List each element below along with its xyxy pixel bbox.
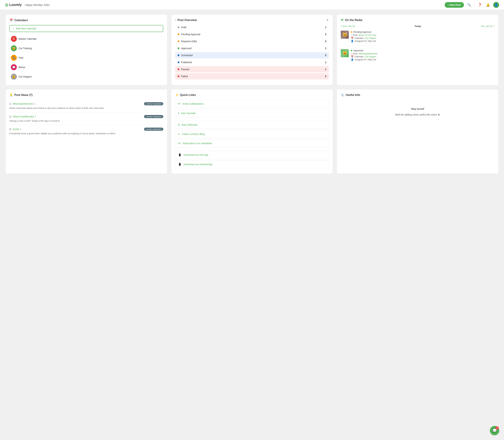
status-left: Draft — [178, 26, 186, 29]
quick-link-item[interactable]: 📱 Download our Android App — [175, 160, 329, 168]
quick-link-item[interactable]: ✉ Subscribe to our newsletter — [175, 139, 329, 147]
radar-item: 🐱 Pending Approval □ Post: Music Of The … — [341, 31, 495, 46]
info-icon[interactable]: ℹ — [20, 128, 21, 131]
idea-title: 3. Quote ℹ — [9, 128, 21, 131]
radar-calendar-label: Calendar: — [354, 55, 364, 58]
search-button[interactable]: 🔍 — [466, 2, 472, 8]
quick-link-label: Download our iOS App — [184, 153, 208, 156]
radar-calendar-link[interactable]: Cat Origami — [365, 37, 376, 39]
status-row[interactable]: Published 1 — [175, 59, 329, 66]
status-left: Published — [178, 61, 192, 64]
idea-number: 1. — [9, 102, 12, 105]
status-count: 5 — [325, 54, 327, 57]
idea-link[interactable]: #MondayMemories — [13, 102, 33, 105]
status-dot — [178, 69, 179, 70]
calendar-avatar: 🐾 — [11, 55, 17, 61]
help-button[interactable]: ❓ — [477, 2, 483, 8]
notifications-button[interactable]: 🔔 — [485, 2, 491, 8]
user-avatar-button[interactable]: 👤 — [493, 2, 499, 8]
radar-assigned-label: Assigned To: — [354, 40, 367, 42]
calendar-line-icon: 📅 — [351, 55, 354, 58]
clip-icon: 📎 — [341, 93, 344, 96]
main-content: 📅 Calendars ＋ Add New Calendar 🗓 Master … — [0, 10, 504, 183]
radar-post-link[interactable]: #MondayMotivation — [359, 53, 378, 55]
status-count: 1 — [325, 47, 327, 50]
add-calendar-button[interactable]: ＋ Add New Calendar — [9, 25, 163, 32]
post-overview-card: ▪ Post Overview ▼ Draft 1 Pending Approv… — [171, 15, 333, 85]
radar-today: Today — [415, 25, 421, 28]
info-icon[interactable]: ℹ — [34, 103, 35, 105]
post-overview-header: ▪ Post Overview ▼ — [175, 19, 329, 22]
idea-badge: Loomly Inspiration — [144, 115, 163, 118]
quick-links-card: ⚡ Quick Links ✉ Invite Collaborators ℹ S… — [171, 89, 333, 174]
search-icon: 🔍 — [467, 3, 471, 7]
radar-post-label: Post: — [353, 34, 358, 36]
status-left: Requires Edits — [178, 40, 197, 43]
status-dot — [178, 61, 179, 63]
calendar-avatar: 🐱 — [11, 74, 17, 80]
calendar-name: Master Calendar — [19, 38, 37, 40]
status-row[interactable]: Passed 1 — [175, 66, 329, 72]
radar-calendar-line: 📅 Calendar: Cat Origami — [351, 37, 495, 39]
status-count: 0 — [325, 40, 327, 43]
status-label: Published — [181, 61, 192, 64]
status-row[interactable]: Approved 1 — [175, 45, 329, 52]
radar-post-link[interactable]: Music Of The Day — [359, 34, 376, 36]
calendar-name: Cat Origami — [19, 75, 32, 78]
quick-link-label: Subscribe to our newsletter — [182, 142, 212, 145]
calendar-item[interactable]: 💬 Meow — [9, 62, 163, 72]
idea-link[interactable]: #ManCrushMonday — [13, 115, 34, 118]
idea-desc: Having a man crush? Today is the day to … — [9, 119, 163, 123]
status-label: Failed — [181, 75, 188, 78]
header-greeting: Happy Monday, Kitty! — [25, 3, 50, 6]
radar-prev[interactable]: < Sun, Jan 20 — [341, 25, 355, 28]
status-left: Scheduled — [178, 54, 193, 57]
quick-link-label: Invite Collaborators — [182, 102, 204, 105]
filter-icon[interactable]: ▼ — [326, 19, 329, 22]
quick-link-item[interactable]: ≡ Follow Loomly's Blog — [175, 130, 329, 138]
quick-link-icon: 📱 — [178, 163, 181, 166]
calendar-name: Meow — [19, 66, 25, 69]
quick-link-item[interactable]: 📱 Download our iOS App — [175, 151, 329, 159]
calendar-name: Cat Training — [19, 47, 32, 50]
status-dot — [178, 41, 179, 42]
info-icon[interactable]: ℹ — [35, 115, 36, 118]
status-row[interactable]: Requires Edits 0 — [175, 38, 329, 44]
logo[interactable]: ◎ Loomly — [5, 3, 22, 7]
calendars-title: 📅 Calendars — [9, 19, 163, 22]
radar-status-dot — [351, 50, 352, 51]
quick-link-divider — [175, 149, 329, 151]
calendar-item[interactable]: 🗓 Master Calendar — [9, 34, 163, 43]
status-count: 2 — [325, 33, 327, 36]
calendar-item[interactable]: 🐱 Cat Origami — [9, 72, 163, 81]
status-row[interactable]: Scheduled 5 — [175, 52, 329, 58]
useful-info-title-text: Useful Info — [346, 94, 360, 96]
radar-thumb: 🐱 — [341, 31, 349, 39]
status-row[interactable]: Draft 1 — [175, 24, 329, 30]
radar-assigned-value: Kitty Cat — [368, 40, 376, 42]
radar-item: 🐱 Approved □ Post: #MondayMotivation 📅 C… — [341, 49, 495, 61]
plus-icon: ＋ — [12, 27, 15, 30]
bell-icon: 🔔 — [486, 3, 490, 7]
quick-link-item[interactable]: ✉ Invite Collaborators — [175, 100, 329, 108]
calendar-list: 🗓 Master Calendar 🐱 Cat Training 🐾 Paw 💬… — [9, 34, 163, 81]
idea-badge: Loomly Inspiration — [144, 102, 163, 105]
quick-link-item[interactable]: $ Earn Referrals — [175, 121, 329, 129]
useful-info-line2: We'll be adding some useful info soon! 🖥 — [395, 112, 440, 117]
quick-link-item[interactable]: ℹ See Tutorials — [175, 109, 329, 117]
status-row[interactable]: Failed 0 — [175, 73, 329, 80]
header-right: ▪ New Post 🔍 ❓ 🔔 👤 — [445, 2, 499, 8]
calendar-item[interactable]: 🐱 Cat Training — [9, 43, 163, 53]
useful-info-title: 📎 Useful Info — [341, 93, 495, 96]
quick-link-icon: ℹ — [178, 112, 179, 115]
idea-link[interactable]: Quote — [13, 128, 19, 131]
calendar-item[interactable]: 🐾 Paw — [9, 53, 163, 62]
bottom-row: 💡 Post Ideas (7) 1. #MondayMemories ℹ Lo… — [6, 89, 498, 174]
radar-calendar-link[interactable]: Cat Origami — [365, 55, 376, 58]
post-idea-item: 3. Quote ℹ Loomly Inspiration Everybody … — [9, 125, 163, 138]
radar-next[interactable]: Tue, Jan 22 > — [481, 25, 495, 28]
new-post-button[interactable]: ▪ New Post — [445, 2, 464, 8]
add-calendar-label: Add New Calendar — [16, 27, 36, 30]
radar-thumb: 🐱 — [341, 49, 349, 57]
status-row[interactable]: Pending Approval 2 — [175, 31, 329, 38]
